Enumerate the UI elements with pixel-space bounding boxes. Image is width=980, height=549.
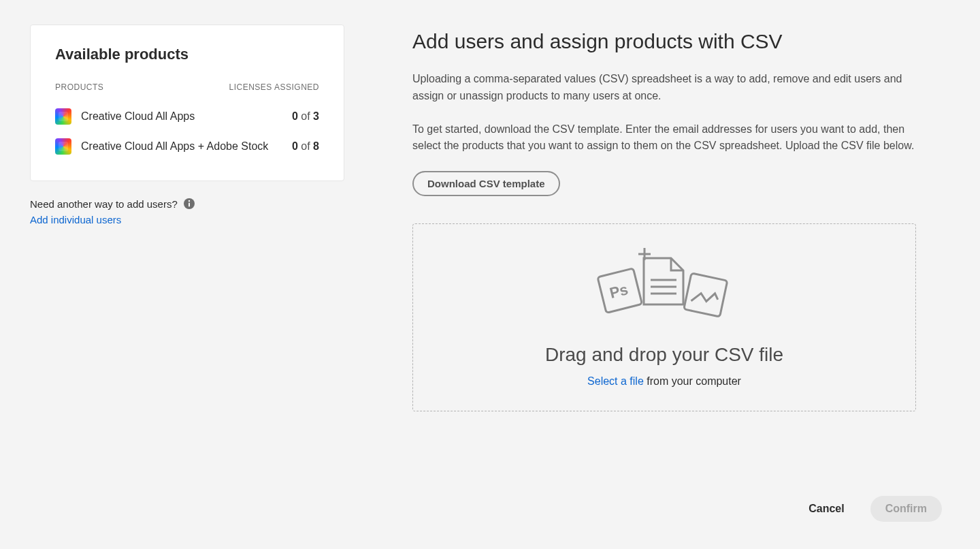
select-file-link[interactable]: Select a file [587,375,644,387]
help-text: Need another way to add users? [30,198,178,210]
col-licenses-label: LICENSES ASSIGNED [229,82,319,92]
card-title: Available products [55,46,319,63]
add-individual-users-link[interactable]: Add individual users [30,214,121,225]
product-list-header: PRODUCTS LICENSES ASSIGNED [55,82,319,92]
intro-paragraph-1: Uploading a comma-separated values (CSV)… [412,71,916,105]
confirm-button[interactable]: Confirm [870,496,942,522]
creative-cloud-icon [55,138,71,155]
dropzone-subtext: Select a file from your computer [427,375,902,388]
license-total: 3 [313,110,319,122]
available-products-card: Available products PRODUCTS LICENSES ASS… [30,25,344,181]
svg-point-2 [189,200,190,202]
product-license-count: 0 of 3 [292,110,319,123]
svg-rect-10 [684,273,728,317]
product-row: Creative Cloud All Apps + Adobe Stock 0 … [55,131,319,161]
dropzone-title: Drag and drop your CSV file [427,344,902,366]
license-used: 0 [292,140,298,152]
license-of: of [301,110,310,122]
intro-paragraph-2: To get started, download the CSV templat… [412,121,916,155]
footer-actions: Cancel Confirm [808,496,942,522]
col-products-label: PRODUCTS [55,82,103,92]
product-name: Creative Cloud All Apps + Adobe Stock [81,140,292,153]
dropzone-illustration: Ps [427,245,902,326]
product-row: Creative Cloud All Apps 0 of 3 [55,101,319,131]
license-used: 0 [292,110,298,122]
page-title: Add users and assign products with CSV [412,30,916,53]
help-row: Need another way to add users? [30,198,344,210]
product-license-count: 0 of 8 [292,140,319,153]
from-computer-text: from your computer [644,375,741,387]
info-icon[interactable] [183,198,195,210]
svg-rect-1 [189,203,190,207]
product-name: Creative Cloud All Apps [81,110,292,123]
svg-text:Ps: Ps [608,281,630,302]
creative-cloud-icon [55,108,71,125]
license-total: 8 [313,140,319,152]
license-of: of [301,140,310,152]
csv-dropzone[interactable]: Ps [412,223,916,411]
download-csv-template-button[interactable]: Download CSV template [412,171,560,196]
cancel-button[interactable]: Cancel [808,503,844,515]
